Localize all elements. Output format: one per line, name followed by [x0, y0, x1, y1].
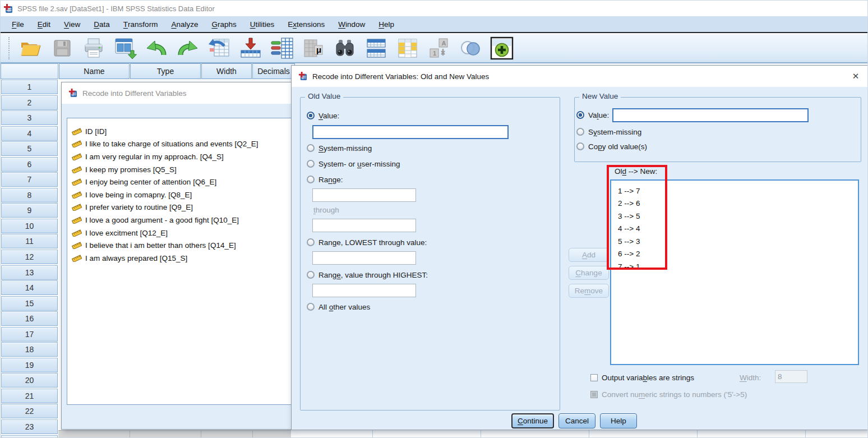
variable-list-item[interactable]: I keep my promises [Q5_S] [67, 163, 292, 176]
old-value-radio[interactable] [307, 112, 315, 119]
new-value-radio-row[interactable]: Value: [576, 110, 609, 120]
variable-list-item[interactable]: I love a good argument - a good fight [Q… [67, 214, 292, 227]
cancel-button[interactable]: Cancel [558, 413, 595, 428]
variable-list-item[interactable]: I like to take charge of situations and … [67, 138, 292, 151]
old-new-pair[interactable]: 6 --> 2 [611, 248, 858, 261]
menu-item[interactable]: View [57, 16, 87, 33]
row-header[interactable]: 21 [1, 389, 58, 403]
menu-item[interactable]: Data [87, 16, 117, 33]
old-new-pair[interactable]: 2 --> 6 [611, 197, 858, 210]
menu-item[interactable]: File [5, 16, 31, 33]
range-highest-input[interactable] [312, 284, 416, 297]
menu-item[interactable]: Window [331, 16, 372, 33]
variable-list-item[interactable]: I love excitment [Q12_E] [67, 227, 292, 239]
custom-button-icon[interactable] [490, 36, 514, 61]
row-header[interactable]: 17 [1, 327, 58, 342]
variable-list-item[interactable]: I prefer variety to routine [Q9_E] [67, 201, 292, 214]
range-lowest-row[interactable]: Range, LOWEST through value: [307, 237, 427, 247]
all-other-values-row[interactable]: All other values [307, 302, 370, 312]
row-header[interactable]: 12 [1, 250, 58, 264]
variable-list-item[interactable]: I am very regular in my approach. [Q4_S] [67, 150, 292, 163]
variable-list-item[interactable]: I enjoy being center of attention [Q6_E] [67, 176, 292, 188]
toolbar-drag-handle[interactable] [8, 37, 11, 59]
add-button[interactable]: Add [569, 248, 609, 262]
row-header[interactable]: 15 [1, 296, 58, 311]
old-new-pair[interactable]: 7 --> 1 [611, 260, 858, 273]
new-value-input[interactable] [612, 108, 809, 122]
row-header[interactable]: 11 [1, 234, 58, 248]
range-to-input[interactable] [312, 219, 416, 232]
new-system-missing-row[interactable]: System-missing [576, 127, 641, 137]
old-new-pair[interactable]: 1 --> 7 [611, 185, 858, 197]
all-other-values-radio[interactable] [307, 303, 315, 311]
copy-old-values-row[interactable]: Copy old value(s) [576, 141, 647, 151]
old-new-pair[interactable]: 5 --> 3 [611, 235, 858, 248]
select-cases-icon[interactable] [395, 36, 420, 61]
row-header[interactable]: 22 [1, 404, 58, 418]
row-header[interactable]: 3 [1, 110, 58, 125]
grid-corner-cell[interactable] [1, 63, 58, 79]
goto-variable-icon[interactable] [238, 36, 263, 61]
remove-button[interactable]: Remove [569, 284, 609, 298]
row-header[interactable]: 6 [1, 157, 58, 172]
row-header[interactable]: 13 [1, 265, 58, 280]
row-header[interactable]: 7 [1, 172, 58, 187]
range-from-input[interactable] [312, 188, 416, 202]
menu-item[interactable]: Graphs [205, 16, 243, 33]
variable-list-item[interactable]: I believe that i am better than others [… [67, 239, 292, 252]
row-header[interactable]: 2 [1, 95, 58, 110]
new-system-missing-radio[interactable] [576, 128, 584, 136]
variable-list-item[interactable]: I love being in comapny. [Q8_E] [67, 188, 292, 201]
old-new-list[interactable]: 1 --> 72 --> 63 --> 54 --> 45 --> 36 -->… [610, 179, 859, 365]
old-new-pair[interactable]: 4 --> 4 [611, 223, 858, 236]
open-data-icon[interactable] [19, 36, 43, 61]
variables-icon[interactable] [270, 36, 294, 61]
column-header-name[interactable]: Name [59, 63, 130, 79]
column-header-decimals[interactable]: Decimals [252, 63, 295, 79]
old-new-pair[interactable]: 3 --> 5 [611, 210, 858, 223]
row-header[interactable]: 10 [1, 219, 58, 233]
row-header[interactable]: 20 [1, 373, 58, 388]
row-header[interactable]: 5 [1, 141, 58, 156]
range-highest-radio[interactable] [307, 271, 315, 279]
recall-dialogs-icon[interactable] [113, 36, 137, 61]
help-button[interactable]: Help [600, 413, 637, 428]
change-button[interactable]: Change [569, 266, 609, 280]
old-system-or-user-missing-radio[interactable] [307, 160, 315, 168]
row-header[interactable]: 23 [1, 419, 58, 434]
use-variable-sets-icon[interactable] [458, 36, 483, 61]
old-system-missing-radio[interactable] [307, 144, 315, 152]
old-system-or-user-missing-row[interactable]: System- or user-missing [307, 159, 400, 169]
new-value-radio[interactable] [576, 111, 584, 119]
row-header[interactable]: 1 [1, 80, 58, 94]
menu-item[interactable]: Help [372, 16, 401, 33]
row-header[interactable]: 4 [1, 126, 58, 141]
menu-item[interactable]: Edit [31, 16, 57, 33]
menu-item[interactable]: Extensions [281, 16, 331, 33]
find-icon[interactable] [333, 36, 357, 61]
close-icon[interactable]: ✕ [843, 66, 868, 87]
row-header[interactable]: 16 [1, 311, 58, 326]
old-value-input[interactable] [312, 125, 509, 139]
range-highest-row[interactable]: Range, value through HIGHEST: [307, 270, 428, 280]
row-header[interactable]: 8 [1, 188, 58, 202]
column-header-type[interactable]: Type [130, 63, 201, 79]
row-header[interactable]: 14 [1, 280, 58, 295]
old-range-row[interactable]: Range: [307, 174, 343, 185]
old-system-missing-row[interactable]: System-missing [307, 143, 372, 153]
variable-list-item[interactable]: I am always prepared [Q15_S] [67, 252, 292, 265]
continue-button[interactable]: Continue [511, 413, 554, 428]
goto-case-icon[interactable] [207, 36, 232, 61]
redo-icon[interactable] [176, 36, 200, 61]
menu-item[interactable]: Analyze [164, 16, 205, 33]
old-range-radio[interactable] [307, 176, 315, 183]
menu-item[interactable]: Utilities [243, 16, 281, 33]
undo-icon[interactable] [144, 36, 169, 61]
copy-old-values-radio[interactable] [576, 142, 584, 150]
variable-list-item[interactable]: ID [ID] [67, 125, 292, 138]
output-strings-row[interactable]: Output variables are strings [590, 372, 694, 382]
range-lowest-input[interactable] [312, 251, 416, 265]
row-header[interactable]: 19 [1, 358, 58, 372]
row-header[interactable]: 18 [1, 342, 58, 357]
menu-item[interactable]: Transform [117, 16, 165, 33]
